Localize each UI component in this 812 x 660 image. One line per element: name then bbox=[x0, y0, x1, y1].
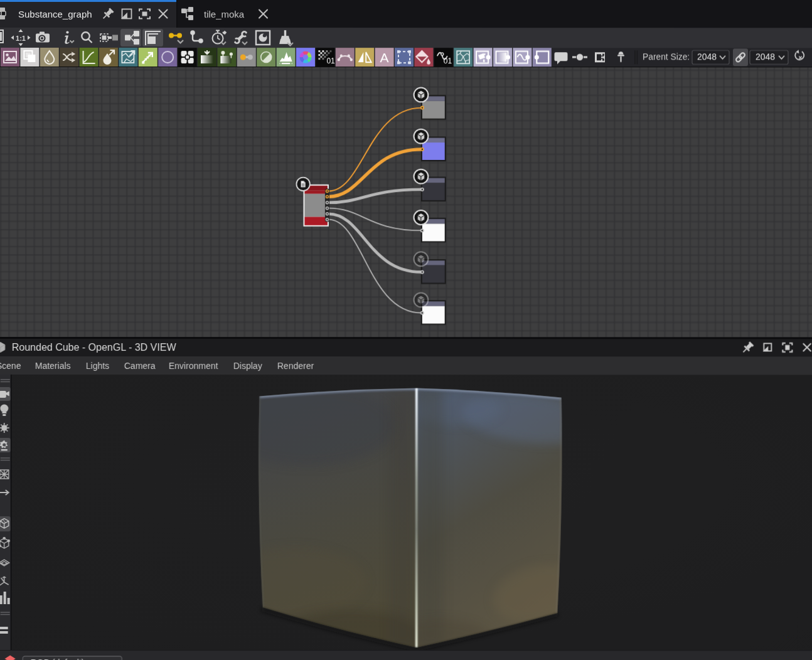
svg-text:2048: 2048 bbox=[756, 51, 775, 61]
svg-text:01: 01 bbox=[444, 56, 452, 65]
svg-text:1:1: 1:1 bbox=[16, 35, 26, 42]
svg-text:RGB (default): RGB (default) bbox=[31, 657, 85, 660]
svg-text:Parent Size:: Parent Size: bbox=[643, 52, 690, 61]
svg-text:01: 01 bbox=[326, 56, 335, 65]
svg-text:2048: 2048 bbox=[697, 51, 717, 61]
svg-text:A: A bbox=[380, 50, 389, 65]
